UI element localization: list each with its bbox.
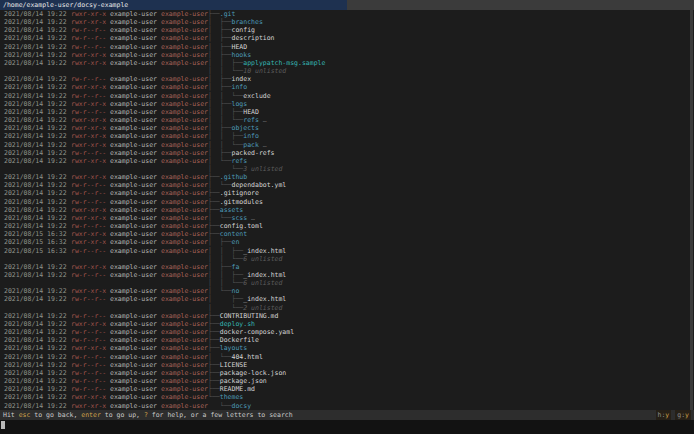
search-input[interactable] <box>0 420 694 434</box>
tree-row[interactable]: 2021/08/14 19:22rw-r--r--example-userexa… <box>0 377 694 385</box>
tree-branch-lines: │ ├── <box>208 124 231 132</box>
tree-row[interactable]: 2021/08/14 19:22rwxr-xr-xexample-userexa… <box>0 124 694 132</box>
tree-row[interactable]: 2021/08/14 19:22rwxr-xr-xexample-userexa… <box>0 206 694 214</box>
tree-row[interactable]: 2021/08/14 19:22rw-r--r--example-userexa… <box>0 108 694 116</box>
tree-row[interactable]: 2021/08/14 19:22rw-r--r--example-userexa… <box>0 149 694 157</box>
tree-row[interactable]: 2021/08/14 19:22rw-r--r--example-userexa… <box>0 271 694 279</box>
flag-value: y <box>685 411 689 419</box>
tree-row[interactable]: 2021/08/14 19:22rwxr-xr-xexample-userexa… <box>0 51 694 59</box>
tree-row[interactable]: 2021/08/14 19:22rw-r--r--example-userexa… <box>0 181 694 189</box>
tree-row[interactable]: 2021/08/15 16:32rwxr-xr-xexample-userexa… <box>0 238 694 246</box>
entry-owner: example-user <box>110 377 157 385</box>
entry-name: branches <box>231 18 262 26</box>
entry-owner: example-user <box>110 230 157 238</box>
tree-row[interactable]: 2021/08/14 19:22rwxr-xr-xexample-userexa… <box>0 100 694 108</box>
flag-g[interactable]: g:y <box>675 410 691 420</box>
entry-permissions: rw-r--r-- <box>71 361 106 369</box>
tree-branch-lines: │ └── <box>208 304 243 312</box>
tree-row[interactable]: 2021/08/14 19:22rw-r--r--example-userexa… <box>0 75 694 83</box>
tree-branch-lines: ├── <box>208 10 220 18</box>
entry-date: 2021/08/14 19:22 <box>4 92 67 100</box>
tree-row[interactable]: 2021/08/14 19:22rw-r--r--example-userexa… <box>0 336 694 344</box>
entry-owner: example-user <box>110 247 157 255</box>
tree-row[interactable]: 2021/08/14 19:22rw-r--r--example-userexa… <box>0 361 694 369</box>
tree-row[interactable]: 2021/08/14 19:22rwxr-xr-xexample-userexa… <box>0 157 694 165</box>
tree-row[interactable]: 2021/08/14 19:22rwxr-xr-xexample-userexa… <box>0 18 694 26</box>
entry-tree-cell: │ └──2 unlisted <box>208 304 282 312</box>
entry-name: applypatch-msg.sample <box>243 59 325 67</box>
entry-owner: example-user <box>110 124 157 132</box>
scrollbar[interactable] <box>690 10 693 410</box>
entry-date: 2021/08/14 19:22 <box>4 59 67 67</box>
tree-row[interactable]: 2021/08/14 19:22rw-r--r--example-userexa… <box>0 34 694 42</box>
tree-row[interactable]: 2021/08/14 19:22rwxr-xr-xexample-userexa… <box>0 83 694 91</box>
entry-tree-cell: │ │ └──6 unlisted <box>208 255 282 263</box>
entry-permissions: rw-r--r-- <box>71 92 106 100</box>
entry-permissions: rw-r--r-- <box>71 247 106 255</box>
tree-row[interactable]: 2021/08/14 19:22rwxr-xr-xexample-userexa… <box>0 141 694 149</box>
tree-row[interactable]: 2021/08/14 19:22rw-r--r--example-userexa… <box>0 26 694 34</box>
key-hint: esc <box>19 411 31 419</box>
entry-group: example-user <box>161 385 208 393</box>
tree-row[interactable]: 2021/08/14 19:22rw-r--r--example-userexa… <box>0 198 694 206</box>
entry-tree-cell: │ │ └──pack … <box>208 141 267 149</box>
entry-tree-cell: ├──layouts <box>208 344 247 352</box>
tree-row[interactable]: 2021/08/14 19:22rw-r--r--example-userexa… <box>0 92 694 100</box>
entry-tree-cell: │ ├──logs <box>208 100 247 108</box>
entry-date: 2021/08/14 19:22 <box>4 361 67 369</box>
entry-date: 2021/08/14 19:22 <box>4 157 67 165</box>
entry-date: 2021/08/14 19:22 <box>4 402 67 410</box>
tree-row[interactable]: 2021/08/14 19:22rw-r--r--example-userexa… <box>0 353 694 361</box>
tree-branch-lines: ├── <box>208 198 220 206</box>
tree-branch-lines: ├── <box>208 369 220 377</box>
entry-tree-cell: │ │ └──refs … <box>208 116 267 124</box>
tree-row[interactable]: 2021/08/14 19:22rw-r--r--example-userexa… <box>0 222 694 230</box>
tree-row[interactable]: 2021/08/14 19:22rw-r--r--example-userexa… <box>0 295 694 303</box>
tree-row[interactable]: 2021/08/14 19:22rwxr-xr-xexample-userexa… <box>0 10 694 18</box>
tree-row[interactable]: 2021/08/14 19:22rwxr-xr-xexample-userexa… <box>0 402 694 410</box>
tree-row[interactable]: 2021/08/14 19:22rw-r--r--example-userexa… <box>0 189 694 197</box>
entry-owner: example-user <box>110 149 157 157</box>
flag-h[interactable]: h:y <box>656 410 672 420</box>
tree-branch-lines: │ │ └── <box>208 67 243 75</box>
tree-row[interactable]: 2021/08/14 19:22rwxr-xr-xexample-userexa… <box>0 393 694 401</box>
tree-row[interactable]: 2021/08/14 19:22rw-r--r--example-userexa… <box>0 369 694 377</box>
tree-branch-lines: │ │ └── <box>208 92 243 100</box>
entry-date: 2021/08/14 19:22 <box>4 189 67 197</box>
tree-row[interactable]: 2021/08/14 19:22rw-r--r--example-userexa… <box>0 385 694 393</box>
tree-row[interactable]: 2021/08/14 19:22rw-r--r--example-userexa… <box>0 312 694 320</box>
entry-name: 10 unlisted <box>243 67 286 75</box>
tree-row[interactable]: 2021/08/14 19:22rwxr-xr-xexample-userexa… <box>0 132 694 140</box>
tree-row[interactable]: 2021/08/15 16:32rw-r--r--example-userexa… <box>0 247 694 255</box>
tree-row[interactable]: 2021/08/14 19:22rw-r--r--example-userexa… <box>0 43 694 51</box>
current-path[interactable]: /home/example-user/docsy-example <box>0 0 347 10</box>
tree-row[interactable]: 2021/08/14 19:22rwxr-xr-xexample-userexa… <box>0 173 694 181</box>
scrollbar-thumb[interactable] <box>690 10 693 410</box>
entry-date: 2021/08/14 19:22 <box>4 108 67 116</box>
entry-permissions: rw-r--r-- <box>71 189 106 197</box>
tree-row[interactable]: 2021/08/14 19:22rwxr-xr-xexample-userexa… <box>0 263 694 271</box>
tree-branch-lines: ├── <box>208 361 220 369</box>
entry-tree-cell: ├──LICENSE <box>208 361 247 369</box>
entry-owner: example-user <box>110 116 157 124</box>
tree-row[interactable]: 2021/08/14 19:22rw-r--r--example-userexa… <box>0 328 694 336</box>
tree-branch-lines: ├── <box>208 189 220 197</box>
tree-row[interactable]: 2021/08/15 16:32rwxr-xr-xexample-userexa… <box>0 230 694 238</box>
entry-date: 2021/08/14 19:22 <box>4 75 67 83</box>
tree-row[interactable]: 2021/08/14 19:22rwxr-xr-xexample-userexa… <box>0 287 694 295</box>
entry-owner: example-user <box>110 181 157 189</box>
entry-group: example-user <box>161 116 208 124</box>
entry-tree-cell: ├──package-lock.json <box>208 369 286 377</box>
entry-name: scss <box>231 214 247 222</box>
entry-group: example-user <box>161 59 208 67</box>
entry-tree-cell: │ │ ├──_index.html <box>208 247 286 255</box>
tree-branch-lines: ├── <box>208 377 220 385</box>
entry-group: example-user <box>161 34 208 42</box>
tree-row[interactable]: 2021/08/14 19:22rwxr-xr-xexample-userexa… <box>0 116 694 124</box>
tree-row[interactable]: 2021/08/14 19:22rwxr-xr-xexample-userexa… <box>0 59 694 67</box>
tree-row[interactable]: 2021/08/14 19:22rwxr-xr-xexample-userexa… <box>0 214 694 222</box>
tree-row[interactable]: 2021/08/14 19:22rwxr-xr-xexample-userexa… <box>0 320 694 328</box>
entry-name: docker-compose.yaml <box>220 328 294 336</box>
entry-date: 2021/08/15 16:32 <box>4 230 67 238</box>
tree-row[interactable]: 2021/08/14 19:22rwxr-xr-xexample-userexa… <box>0 344 694 352</box>
